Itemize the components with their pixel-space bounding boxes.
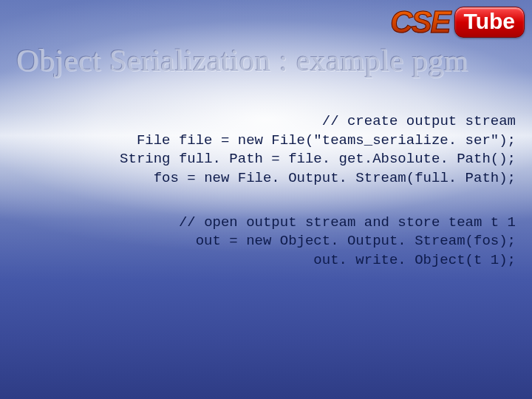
cse-logo-text: CSE	[390, 4, 452, 40]
code-group-2: // open output stream and store team t 1…	[16, 214, 516, 270]
code-line: out. write. Object(t 1);	[16, 251, 516, 270]
code-line: // create output stream	[16, 112, 516, 132]
tube-badge: Tube	[454, 7, 525, 38]
slide: CSE Tube Object Serialization : example …	[0, 0, 532, 399]
code-block: // create output stream File file = new …	[16, 112, 516, 295]
code-line: fos = new File. Output. Stream(full. Pat…	[16, 169, 516, 188]
code-line: out = new Object. Output. Stream(fos);	[16, 232, 516, 251]
code-line: File file = new File("teams_serialize. s…	[16, 132, 516, 151]
slide-title: Object Serialization : example pgm	[16, 43, 525, 78]
code-line: // open output stream and store team t 1	[16, 214, 516, 233]
logo: CSE Tube	[390, 4, 525, 40]
code-line: String full. Path = file. get.Absolute. …	[16, 150, 516, 169]
code-group-1: // create output stream File file = new …	[16, 112, 516, 188]
